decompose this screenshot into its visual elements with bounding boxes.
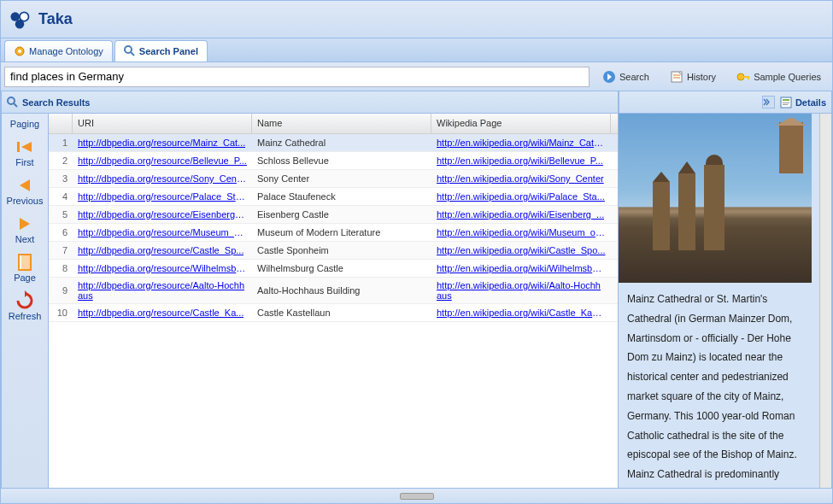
col-header-uri[interactable]: URI (73, 114, 252, 133)
wiki-link[interactable]: http://en.wikipedia.org/wiki/Mainz_Cath.… (437, 138, 606, 148)
uri-link[interactable]: http://dbpedia.org/resource/Palace_Sta..… (78, 191, 247, 202)
bottom-scrollbar[interactable] (1, 488, 832, 503)
col-header-index[interactable] (49, 114, 73, 133)
table-row[interactable]: 2http://dbpedia.org/resource/Bellevue_P.… (49, 152, 618, 170)
uri-link[interactable]: http://dbpedia.org/resource/Aalto-Hochha… (78, 280, 247, 301)
svg-point-5 (125, 46, 132, 53)
uri-link[interactable]: http://dbpedia.org/resource/Eisenberg_..… (78, 209, 247, 220)
uri-link[interactable]: http://dbpedia.org/resource/Mainz_Cat... (78, 138, 245, 148)
wiki-link[interactable]: http://en.wikipedia.org/wiki/Wilhelmsbur… (437, 263, 606, 273)
app-header: Taka (1, 1, 832, 38)
collapse-button[interactable] (762, 96, 775, 108)
cell-uri: http://dbpedia.org/resource/Wilhelmsbu..… (73, 260, 252, 277)
app-title: Taka (38, 10, 73, 28)
svg-rect-20 (17, 142, 20, 152)
table-row[interactable]: 9http://dbpedia.org/resource/Aalto-Hochh… (49, 278, 618, 304)
grid-header: URI Name Wikipedia Page (49, 114, 618, 134)
wiki-link[interactable]: http://en.wikipedia.org/wiki/Eisenberg_.… (437, 209, 604, 220)
refresh-icon (15, 290, 35, 311)
uri-link[interactable]: http://dbpedia.org/resource/Castle_Sp... (78, 245, 243, 255)
svg-line-6 (131, 52, 134, 56)
cell-name: Castle Sponheim (252, 242, 431, 259)
row-index: 8 (49, 260, 73, 277)
results-panel-header: Search Results (1, 91, 619, 114)
table-row[interactable]: 5http://dbpedia.org/resource/Eisenberg_.… (49, 206, 618, 224)
first-button[interactable]: First (4, 134, 45, 173)
row-index: 4 (49, 188, 73, 205)
table-row[interactable]: 7http://dbpedia.org/resource/Castle_Sp..… (49, 242, 618, 260)
svg-point-14 (8, 97, 15, 104)
history-button[interactable]: History (662, 67, 724, 87)
tab-manage-ontology[interactable]: Manage Ontology (4, 40, 113, 62)
svg-point-11 (737, 73, 744, 80)
table-row[interactable]: 6http://dbpedia.org/resource/Museum_o...… (49, 224, 618, 242)
cell-name: Palace Staufeneck (252, 188, 431, 205)
refresh-button[interactable]: Refresh (4, 288, 45, 326)
cell-name: Aalto-Hochhaus Building (252, 278, 431, 303)
cell-uri: http://dbpedia.org/resource/Aalto-Hochha… (73, 278, 252, 303)
wiki-link[interactable]: http://en.wikipedia.org/wiki/Bellevue_P.… (437, 155, 603, 166)
uri-link[interactable]: http://dbpedia.org/resource/Bellevue_P..… (78, 155, 247, 166)
search-icon (124, 45, 136, 57)
uri-link[interactable]: http://dbpedia.org/resource/Wilhelmsbu..… (78, 263, 247, 273)
uri-link[interactable]: http://dbpedia.org/resource/Sony_Center (78, 173, 247, 184)
cell-uri: http://dbpedia.org/resource/Castle_Ka... (73, 304, 252, 321)
cell-wiki: http://en.wikipedia.org/wiki/Castle_Kast… (431, 304, 611, 321)
previous-button[interactable]: Previous (4, 173, 45, 211)
table-row[interactable]: 4http://dbpedia.org/resource/Palace_Sta.… (49, 188, 618, 206)
svg-point-1 (20, 12, 29, 21)
row-index: 7 (49, 242, 73, 259)
app-logo-icon (8, 8, 32, 32)
next-button[interactable]: Next (4, 211, 45, 249)
svg-rect-18 (783, 103, 789, 103)
uri-link[interactable]: http://dbpedia.org/resource/Castle_Ka... (78, 308, 243, 318)
details-body[interactable]: Mainz Cathedral or St. Martin's Cathedra… (619, 114, 819, 488)
svg-point-4 (18, 50, 21, 53)
cell-uri: http://dbpedia.org/resource/Museum_o... (73, 224, 252, 241)
cell-wiki: http://en.wikipedia.org/wiki/Museum_of..… (431, 224, 611, 241)
wiki-link[interactable]: http://en.wikipedia.org/wiki/Museum_of..… (437, 227, 606, 237)
search-bar: Search History Sample Queries (1, 62, 832, 91)
btn-label: Next (15, 234, 35, 244)
wiki-link[interactable]: http://en.wikipedia.org/wiki/Castle_Kast… (437, 308, 606, 318)
results-grid: URI Name Wikipedia Page 1http://dbpedia.… (49, 114, 619, 488)
panel-title: Details (795, 97, 826, 108)
table-row[interactable]: 1http://dbpedia.org/resource/Mainz_Cat..… (49, 134, 618, 152)
cell-wiki: http://en.wikipedia.org/wiki/Castle_Spo.… (431, 242, 611, 259)
search-button[interactable]: Search (595, 67, 657, 87)
wiki-link[interactable]: http://en.wikipedia.org/wiki/Sony_Center (437, 173, 604, 184)
cell-wiki: http://en.wikipedia.org/wiki/Sony_Center (431, 170, 611, 187)
next-icon (15, 214, 35, 234)
row-index: 5 (49, 206, 73, 223)
wiki-link[interactable]: http://en.wikipedia.org/wiki/Castle_Spo.… (437, 245, 606, 255)
sample-queries-button[interactable]: Sample Queries (729, 67, 829, 87)
table-row[interactable]: 3http://dbpedia.org/resource/Sony_Center… (49, 170, 618, 188)
svg-rect-19 (783, 104, 788, 105)
cell-name: Museum of Modern Literature (252, 224, 431, 241)
row-index: 1 (49, 134, 73, 151)
cell-uri: http://dbpedia.org/resource/Sony_Center (73, 170, 252, 187)
details-text: Mainz Cathedral or St. Martin's Cathedra… (619, 283, 819, 488)
page-button[interactable]: Page (4, 249, 45, 288)
search-input[interactable] (4, 67, 590, 87)
btn-label: First (15, 157, 33, 167)
cell-uri: http://dbpedia.org/resource/Palace_Sta..… (73, 188, 252, 205)
wiki-link[interactable]: http://en.wikipedia.org/wiki/Aalto-Hochh… (437, 280, 606, 301)
tab-search-panel[interactable]: Search Panel (114, 40, 208, 62)
cell-wiki: http://en.wikipedia.org/wiki/Mainz_Cath.… (431, 134, 611, 151)
tab-bar: Manage Ontology Search Panel (1, 38, 832, 62)
btn-label: Refresh (9, 311, 42, 321)
table-row[interactable]: 10http://dbpedia.org/resource/Castle_Ka.… (49, 304, 618, 322)
scrollbar[interactable] (819, 114, 831, 488)
table-row[interactable]: 8http://dbpedia.org/resource/Wilhelmsbu.… (49, 260, 618, 278)
tab-label: Search Panel (139, 46, 198, 56)
col-header-wiki[interactable]: Wikipedia Page (431, 114, 611, 133)
grid-body[interactable]: 1http://dbpedia.org/resource/Mainz_Cat..… (49, 134, 618, 488)
search-icon (7, 97, 19, 108)
details-panel-header: Details (619, 91, 832, 114)
col-header-name[interactable]: Name (252, 114, 431, 133)
uri-link[interactable]: http://dbpedia.org/resource/Museum_o... (78, 227, 247, 237)
wiki-link[interactable]: http://en.wikipedia.org/wiki/Palace_Sta.… (437, 191, 605, 202)
cell-uri: http://dbpedia.org/resource/Bellevue_P..… (73, 152, 252, 169)
details-icon (780, 97, 792, 108)
